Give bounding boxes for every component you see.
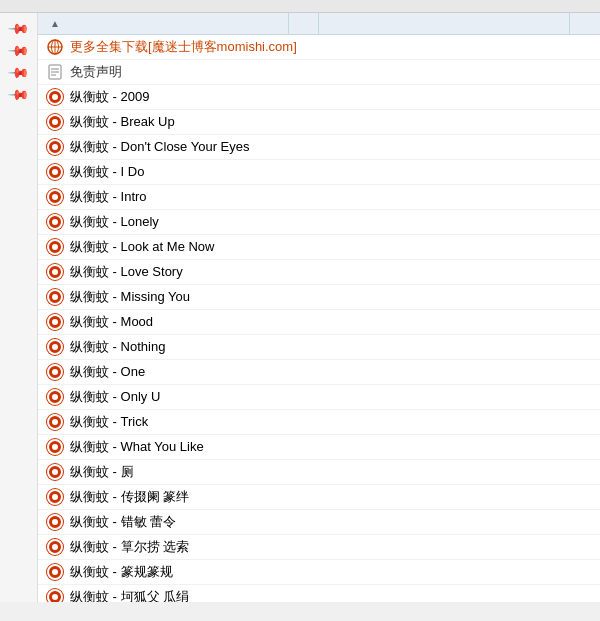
music-icon: [46, 313, 64, 331]
music-icon: [46, 213, 64, 231]
file-name-label: 更多全集下载[魔迷士博客momishi.com]: [70, 38, 297, 56]
file-name-label: 纵衡蚊 - Only U: [70, 388, 160, 406]
list-item[interactable]: 纵衡蚊 - Mood: [38, 310, 600, 335]
list-item[interactable]: 纵衡蚊 - 错敏 蕾令: [38, 510, 600, 535]
list-item[interactable]: 纵衡蚊 - Intro: [38, 185, 600, 210]
main-container: 📌 📌 📌 📌 ▲ 更多全集下载[魔迷士博客momishi.com]免责声明纵衡…: [0, 13, 600, 602]
file-name-label: 纵衡蚊 - Intro: [70, 188, 147, 206]
list-item[interactable]: 纵衡蚊 - Lonely: [38, 210, 600, 235]
list-item[interactable]: 更多全集下载[魔迷士博客momishi.com]: [38, 35, 600, 60]
col-hash-header[interactable]: [289, 13, 319, 34]
file-name-label: 纵衡蚊 - Don't Close Your Eyes: [70, 138, 250, 156]
file-name-label: 纵衡蚊 - Mood: [70, 313, 153, 331]
col-name-header[interactable]: ▲: [38, 13, 289, 34]
file-name-label: 纵衡蚊 - One: [70, 363, 145, 381]
music-icon: [46, 188, 64, 206]
list-item[interactable]: 纵衡蚊 - 传掇阑 篆绊: [38, 485, 600, 510]
music-icon: [46, 263, 64, 281]
music-icon: [46, 338, 64, 356]
music-icon: [46, 113, 64, 131]
col-extra-header: [570, 13, 600, 34]
file-name-label: 纵衡蚊 - 传掇阑 篆绊: [70, 488, 189, 506]
list-item[interactable]: 纵衡蚊 - Trick: [38, 410, 600, 435]
list-item[interactable]: 纵衡蚊 - Nothing: [38, 335, 600, 360]
music-icon: [46, 538, 64, 556]
list-item[interactable]: 纵衡蚊 - Look at Me Now: [38, 235, 600, 260]
file-list: 更多全集下载[魔迷士博客momishi.com]免责声明纵衡蚊 - 2009纵衡…: [38, 35, 600, 602]
list-item[interactable]: 纵衡蚊 - What You Like: [38, 435, 600, 460]
list-item[interactable]: 纵衡蚊 - Only U: [38, 385, 600, 410]
music-icon: [46, 438, 64, 456]
music-icon: [46, 388, 64, 406]
list-item[interactable]: 纵衡蚊 - 筸尔捞 选索: [38, 535, 600, 560]
list-item[interactable]: 纵衡蚊 - One: [38, 360, 600, 385]
file-name-label: 纵衡蚊 - Trick: [70, 413, 148, 431]
file-name-label: 纵衡蚊 - 筸尔捞 选索: [70, 538, 189, 556]
music-icon: [46, 238, 64, 256]
list-item[interactable]: 纵衡蚊 - Missing You: [38, 285, 600, 310]
music-icon: [46, 588, 64, 602]
file-name-label: 纵衡蚊 - Look at Me Now: [70, 238, 215, 256]
file-name-label: 免责声明: [70, 63, 122, 81]
list-item[interactable]: 纵衡蚊 - I Do: [38, 160, 600, 185]
content-area: ▲ 更多全集下载[魔迷士博客momishi.com]免责声明纵衡蚊 - 2009…: [38, 13, 600, 602]
table-header: ▲: [38, 13, 600, 35]
music-icon: [46, 88, 64, 106]
title-bar: [0, 0, 600, 13]
file-name-label: 纵衡蚊 - Nothing: [70, 338, 165, 356]
pin-icon-4[interactable]: 📌: [5, 80, 33, 108]
music-icon: [46, 463, 64, 481]
sort-arrow: ▲: [50, 18, 60, 29]
music-icon: [46, 513, 64, 531]
web-icon: [46, 38, 64, 56]
file-name-label: 纵衡蚊 - Love Story: [70, 263, 183, 281]
list-item[interactable]: 纵衡蚊 - 坷狐父 瓜绢: [38, 585, 600, 602]
list-item[interactable]: 纵衡蚊 - 厕: [38, 460, 600, 485]
file-name-label: 纵衡蚊 - Missing You: [70, 288, 190, 306]
col-title-header[interactable]: [319, 13, 570, 34]
music-icon: [46, 488, 64, 506]
music-icon: [46, 163, 64, 181]
list-item[interactable]: 纵衡蚊 - Don't Close Your Eyes: [38, 135, 600, 160]
left-sidebar: 📌 📌 📌 📌: [0, 13, 38, 602]
file-name-label: 纵衡蚊 - 错敏 蕾令: [70, 513, 176, 531]
list-item[interactable]: 纵衡蚊 - Love Story: [38, 260, 600, 285]
music-icon: [46, 138, 64, 156]
file-name-label: 纵衡蚊 - Break Up: [70, 113, 175, 131]
music-icon: [46, 288, 64, 306]
file-name-label: 纵衡蚊 - 篆规篆规: [70, 563, 173, 581]
file-name-label: 纵衡蚊 - I Do: [70, 163, 144, 181]
music-icon: [46, 363, 64, 381]
list-item[interactable]: 纵衡蚊 - 2009: [38, 85, 600, 110]
file-name-label: 纵衡蚊 - 坷狐父 瓜绢: [70, 588, 189, 602]
file-name-label: 纵衡蚊 - 2009: [70, 88, 149, 106]
list-item[interactable]: 免责声明: [38, 60, 600, 85]
file-name-label: 纵衡蚊 - What You Like: [70, 438, 204, 456]
file-name-label: 纵衡蚊 - Lonely: [70, 213, 159, 231]
list-item[interactable]: 纵衡蚊 - Break Up: [38, 110, 600, 135]
file-name-label: 纵衡蚊 - 厕: [70, 463, 134, 481]
music-icon: [46, 563, 64, 581]
music-icon: [46, 413, 64, 431]
doc-icon: [46, 63, 64, 81]
list-item[interactable]: 纵衡蚊 - 篆规篆规: [38, 560, 600, 585]
